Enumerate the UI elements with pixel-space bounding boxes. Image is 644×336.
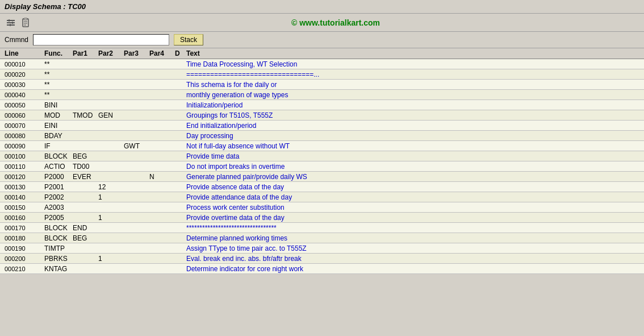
cell-line: 000150: [5, 204, 44, 211]
cell-func: **: [44, 81, 73, 89]
cell-text: Eval. break end inc. abs. bfr/aftr break: [186, 255, 639, 263]
cell-par1: BEG: [73, 234, 98, 242]
table-row: 000120P2000EVERNGenerate planned pair/pr…: [0, 172, 644, 182]
cell-text: monthly generation of wage types: [186, 91, 639, 99]
svg-rect-3: [9, 19, 10, 22]
col-par1: Par1: [73, 49, 98, 57]
cell-line: 000130: [5, 184, 44, 190]
table-row: 000110ACTIOTD00Do not import breaks in o…: [0, 161, 644, 172]
command-input[interactable]: [33, 34, 169, 45]
cell-text: Assign TType to time pair acc. to T555Z: [186, 244, 639, 252]
cell-text: Provide time data: [186, 152, 639, 160]
command-bar: Cmmnd Stack: [0, 32, 644, 48]
cell-func: PBRKS: [44, 255, 73, 263]
table-row: 000200PBRKS1Eval. break end inc. abs. bf…: [0, 254, 644, 264]
cell-func: BLOCK: [44, 234, 73, 242]
cell-func: IF: [44, 142, 73, 150]
col-func: Func.: [44, 49, 73, 57]
cell-func: BDAY: [44, 132, 73, 140]
col-par2: Par2: [98, 49, 124, 57]
cell-text: Process work center substitution: [186, 204, 639, 211]
cell-text: Groupings for T510S, T555Z: [186, 111, 639, 119]
table-row: 000010**Time Data Processing, WT Selecti…: [0, 59, 644, 69]
col-par4: Par4: [149, 49, 175, 57]
cell-text: **********************************: [186, 224, 639, 232]
cell-line: 000020: [5, 71, 44, 78]
col-d: D: [175, 49, 186, 57]
table-row: 000130P200112Provide absence data of the…: [0, 182, 644, 192]
cell-par1: EVER: [73, 173, 98, 181]
title-bar: Display Schema : TC00: [0, 0, 644, 14]
cell-par1: END: [73, 224, 98, 232]
toolbar: © www.tutorialkart.com: [0, 14, 644, 32]
cell-line: 000070: [5, 122, 44, 129]
cell-func: MOD: [44, 111, 73, 119]
table-row: 000170BLOCKEND**************************…: [0, 223, 644, 233]
table-row: 000210KNTAGDetermine indicator for core …: [0, 264, 644, 274]
cell-text: Time Data Processing, WT Selection: [186, 60, 639, 68]
cell-text: Day processing: [186, 132, 639, 140]
svg-rect-7: [24, 18, 27, 20]
settings-icon[interactable]: [5, 16, 17, 29]
svg-rect-4: [12, 22, 13, 24]
cell-line: 000080: [5, 132, 44, 139]
toolbar-icons: [5, 16, 32, 29]
main-content: 000010**Time Data Processing, WT Selecti…: [0, 59, 644, 336]
cell-line: 000110: [5, 163, 44, 170]
col-text: Text: [186, 49, 639, 57]
table-row: 000020**================================…: [0, 69, 644, 80]
cell-line: 000010: [5, 61, 44, 68]
cell-line: 000120: [5, 173, 44, 180]
page-title: Display Schema : TC00: [5, 2, 86, 11]
cell-line: 000050: [5, 102, 44, 109]
cell-func: A2003: [44, 204, 73, 211]
table-row: 000100BLOCKBEGProvide time data: [0, 151, 644, 161]
cell-func: ACTIO: [44, 163, 73, 171]
cell-func: P2000: [44, 173, 73, 181]
cell-line: 000200: [5, 255, 44, 262]
table-row: 000190TIMTPAssign TType to time pair acc…: [0, 243, 644, 254]
cell-text: Determine planned working times: [186, 234, 639, 242]
cell-line: 000100: [5, 153, 44, 160]
watermark: © www.tutorialkart.com: [32, 18, 639, 27]
cell-text: Determine indicator for core night work: [186, 265, 639, 273]
table-row: 000050BINIInitialization/period: [0, 100, 644, 110]
svg-rect-1: [7, 22, 15, 23]
cell-line: 000040: [5, 92, 44, 98]
cell-line: 000140: [5, 194, 44, 201]
table-row: 000040**monthly generation of wage types: [0, 90, 644, 100]
cell-text: Generate planned pair/provide daily WS: [186, 173, 639, 181]
cell-text: Do not import breaks in overtime: [186, 163, 639, 171]
cell-text: Initialization/period: [186, 101, 639, 109]
svg-rect-0: [7, 20, 15, 21]
cell-line: 000180: [5, 235, 44, 242]
cell-par1: BEG: [73, 152, 98, 160]
clipboard-icon[interactable]: [19, 16, 32, 29]
cell-text: Provide absence data of the day: [186, 183, 639, 191]
stack-button[interactable]: Stack: [174, 34, 203, 45]
cell-par1: TMOD: [73, 111, 98, 119]
cell-par3: GWT: [124, 142, 149, 150]
cell-func: P2001: [44, 183, 73, 191]
table-row: 000090IFGWTNot if full-day absence witho…: [0, 141, 644, 151]
cell-text: ================================...: [186, 70, 639, 78]
cell-par2: 12: [98, 183, 124, 191]
cell-text: This schema is for the daily or: [186, 81, 639, 89]
column-headers: Line Func. Par1 Par2 Par3 Par4 D Text: [0, 48, 644, 59]
cell-func: EINI: [44, 122, 73, 130]
cell-text: End initialization/period: [186, 122, 639, 130]
table-row: 000150A2003Process work center substitut…: [0, 202, 644, 213]
cell-func: KNTAG: [44, 265, 73, 273]
cell-text: Not if full-day absence without WT: [186, 142, 639, 150]
cell-par1: TD00: [73, 163, 98, 171]
cell-par4: N: [149, 173, 175, 181]
cell-line: 000030: [5, 81, 44, 88]
cell-text: Provide attendance data of the day: [186, 193, 639, 201]
table-row: 000160P20051Provide overtime data of the…: [0, 213, 644, 223]
cell-par2: 1: [98, 214, 124, 222]
cell-par2: 1: [98, 193, 124, 201]
table-row: 000060MODTMODGENGroupings for T510S, T55…: [0, 110, 644, 121]
cell-line: 000210: [5, 266, 44, 272]
cell-par2: 1: [98, 255, 124, 263]
cell-par2: GEN: [98, 111, 124, 119]
